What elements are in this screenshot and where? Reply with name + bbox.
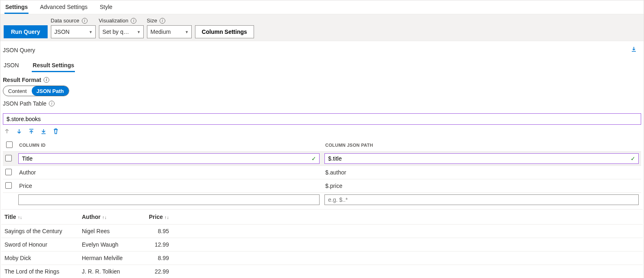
results-table-wrapper: Title↑↓ Author↑↓ Price↑↓ Sayings of the … [1, 209, 643, 278]
tab-json[interactable]: JSON [3, 60, 20, 72]
info-icon[interactable]: i [44, 77, 49, 83]
column-id-value[interactable]: Price [18, 181, 320, 191]
chevron-down-icon: ▾ [138, 29, 140, 35]
table-row[interactable]: ✓ ✓ [3, 152, 641, 166]
column-definition-table: COLUMN ID COLUMN JSON PATH ✓ ✓ Author $.… [3, 139, 641, 207]
column-id-input-new[interactable] [18, 194, 320, 205]
sort-icon: ↑↓ [164, 215, 169, 220]
table-row[interactable]: Author $.author [3, 166, 641, 179]
move-bottom-icon[interactable] [40, 128, 47, 136]
cell-title: Sayings of the Century [1, 225, 79, 238]
move-top-icon[interactable] [28, 128, 35, 136]
column-id-value[interactable]: Author [18, 168, 320, 177]
info-icon[interactable]: i [49, 101, 55, 106]
table-row-new[interactable] [3, 193, 641, 207]
tab-settings[interactable]: Settings [4, 1, 28, 14]
table-row[interactable]: Price $.price [3, 179, 641, 193]
tab-result-settings[interactable]: Result Settings [32, 60, 75, 72]
chevron-down-icon: ▾ [90, 29, 92, 35]
run-query-button[interactable]: Run Query [4, 25, 48, 38]
cell-price: 8.99 [144, 252, 172, 265]
check-icon: ✓ [631, 155, 635, 162]
move-down-icon[interactable] [16, 128, 22, 136]
tab-advanced-settings[interactable]: Advanced Settings [39, 1, 88, 14]
cell-author: Herman Melville [79, 252, 144, 265]
cell-author: Evelyn Waugh [79, 238, 144, 252]
column-path-value[interactable]: $.author [324, 168, 639, 177]
json-path-table-label: JSON Path Table i [3, 100, 641, 107]
cell-title: The Lord of the Rings [1, 265, 79, 278]
column-path-input-new[interactable] [324, 194, 639, 205]
info-icon[interactable]: i [160, 18, 165, 24]
chevron-down-icon: ▾ [186, 29, 188, 35]
move-up-icon [4, 128, 10, 136]
data-source-label: Data source i [51, 18, 96, 24]
table-row: Sword of Honour Evelyn Waugh 12.99 [1, 238, 643, 252]
column-id-input[interactable] [18, 153, 320, 164]
results-header-author[interactable]: Author↑↓ [79, 210, 144, 225]
sort-icon: ↑↓ [18, 215, 22, 220]
table-row: The Lord of the Rings J. R. R. Tolkien 2… [1, 265, 643, 278]
row-checkbox[interactable] [5, 182, 12, 189]
download-icon[interactable] [626, 44, 641, 55]
cell-price: 22.99 [144, 265, 172, 278]
tab-style[interactable]: Style [99, 1, 113, 14]
cell-title: Sword of Honour [1, 238, 79, 252]
visualization-label: Visualization i [99, 18, 144, 24]
result-format-toggle: Content JSON Path [3, 86, 69, 96]
column-path-input[interactable] [324, 153, 639, 164]
result-format-label: Result Format i [3, 77, 641, 83]
cell-author: J. R. R. Tolkien [79, 265, 144, 278]
row-checkbox[interactable] [5, 169, 12, 175]
cell-author: Nigel Rees [79, 225, 144, 238]
column-json-path-header: COLUMN JSON PATH [322, 139, 641, 152]
json-query-label: JSON Query [3, 47, 35, 53]
settings-tabs: Settings Advanced Settings Style [0, 0, 644, 14]
info-icon[interactable]: i [82, 18, 88, 24]
column-settings-button[interactable]: Column Settings [195, 25, 254, 38]
results-header-price[interactable]: Price↑↓ [144, 210, 172, 225]
size-select[interactable]: Medium ▾ [147, 25, 192, 38]
delete-icon[interactable] [53, 128, 59, 136]
json-path-table-block: JSON Path Table i [0, 100, 644, 113]
result-format-content[interactable]: Content [3, 86, 32, 96]
data-source-select[interactable]: JSON ▾ [51, 25, 96, 38]
results-header-title[interactable]: Title↑↓ [1, 210, 79, 225]
select-all-checkbox[interactable] [6, 141, 13, 148]
json-query-header: JSON Query [0, 41, 644, 60]
cell-title: Moby Dick [1, 252, 79, 265]
query-toolbar: Run Query Data source i JSON ▾ Visualiza… [0, 14, 644, 41]
check-icon: ✓ [311, 155, 316, 162]
results-table: Title↑↓ Author↑↓ Price↑↓ Sayings of the … [1, 209, 643, 278]
cell-price: 12.99 [144, 238, 172, 252]
table-row: Sayings of the Century Nigel Rees 8.95 [1, 225, 643, 238]
column-path-value[interactable]: $.price [324, 181, 639, 191]
row-checkbox[interactable] [5, 155, 12, 161]
result-sub-tabs: JSON Result Settings [0, 60, 644, 73]
column-row-toolbar [0, 128, 644, 139]
result-format-json-path[interactable]: JSON Path [32, 86, 69, 96]
result-format-block: Result Format i Content JSON Path [0, 73, 644, 100]
table-row: Moby Dick Herman Melville 8.99 [1, 252, 643, 265]
info-icon[interactable]: i [131, 18, 136, 24]
column-id-header: COLUMN ID [16, 139, 322, 152]
cell-price: 8.95 [144, 225, 172, 238]
json-path-table-input[interactable] [3, 113, 641, 125]
visualization-select[interactable]: Set by query visualization ▾ [99, 25, 144, 38]
sort-icon: ↑↓ [102, 215, 107, 220]
size-label: Size i [147, 18, 192, 24]
